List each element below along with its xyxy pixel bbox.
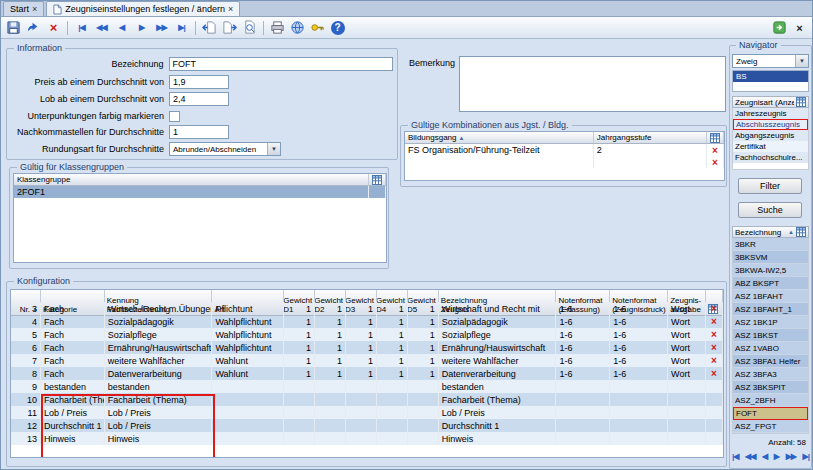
zeugnisart-item[interactable]: Zertifikat bbox=[733, 141, 808, 152]
zweig-select[interactable]: Zweig ▼ bbox=[732, 54, 809, 68]
pager-prev-page-icon[interactable]: ◀◀ bbox=[745, 452, 755, 461]
table-row[interactable]: 10 Facharbeit (Thema) Facharbeit (Thema)… bbox=[11, 393, 723, 406]
zeugnisart-item[interactable]: Jahreszeugnis bbox=[733, 108, 808, 119]
pager-last-icon[interactable]: ▶| bbox=[803, 452, 809, 461]
table-row[interactable]: 5 Fach Sozialpflege Wahlpflichtunt 1 1 1… bbox=[11, 328, 723, 341]
bezeichnung-item[interactable]: ASZ 1BKST bbox=[733, 329, 808, 342]
column-header-klassengruppe[interactable]: Klassengruppe bbox=[14, 174, 369, 186]
export-icon[interactable] bbox=[770, 19, 789, 37]
pager-first-icon[interactable]: |◀ bbox=[732, 452, 738, 461]
bezeichnung-input[interactable]: FOFT bbox=[169, 57, 393, 71]
close-icon[interactable]: × bbox=[228, 5, 233, 14]
pager-next-icon[interactable]: ▶ bbox=[774, 452, 779, 461]
bezeichnung-header[interactable]: Bezeichnung ▲ bbox=[732, 226, 809, 238]
nav-next-page-icon[interactable]: ▶▶ bbox=[152, 19, 171, 37]
bezeichnung-item[interactable]: ABZ BKSPT bbox=[733, 277, 808, 290]
nachkommastellen-input[interactable]: 1 bbox=[169, 125, 229, 139]
zeugnisart-item[interactable]: Fachhochschulre... bbox=[733, 152, 808, 163]
bezeichnung-item[interactable]: ASZ 3BFA1 Helfer bbox=[733, 355, 808, 368]
bemerkung-input[interactable] bbox=[459, 56, 726, 112]
bezeichnung-item[interactable]: ASZ 1BFAHT_1 bbox=[733, 303, 808, 316]
cell-gewicht-d4: 1 bbox=[377, 315, 408, 328]
delete-row-icon[interactable] bbox=[706, 393, 723, 406]
table-row[interactable]: FS Organisation/Führung-Teilzeit 2 × bbox=[405, 144, 724, 156]
zweig-item-selected[interactable]: BS bbox=[733, 71, 808, 82]
table-row[interactable]: 4 Fach Sozialpädagogik Wahlpflichtunt 1 … bbox=[11, 315, 723, 328]
bezeichnung-item[interactable]: 3BKSVM bbox=[733, 251, 808, 264]
nav-prev-page-icon[interactable]: ◀◀ bbox=[92, 19, 111, 37]
copy-from-icon[interactable] bbox=[200, 19, 219, 37]
bezeichnung-item[interactable]: ASZ 1VABO bbox=[733, 342, 808, 355]
suche-button[interactable]: Suche bbox=[738, 202, 802, 218]
delete-row-icon[interactable]: × bbox=[706, 315, 723, 328]
cell-notenformat-zeugnisdruck: 1-6 bbox=[610, 354, 668, 367]
table-row[interactable]: 8 Fach Datenverarbeitung Wahlunt 1 1 1 1… bbox=[11, 367, 723, 380]
bezeichnung-item[interactable]: ASZ 1BFAHT bbox=[733, 290, 808, 303]
delete-icon[interactable]: × bbox=[44, 19, 63, 37]
nav-first-icon[interactable]: |◀ bbox=[72, 19, 91, 37]
delete-row-icon[interactable]: × bbox=[707, 144, 724, 156]
column-header-jahrgangsstufe[interactable]: Jahrgangsstufe bbox=[594, 132, 707, 144]
delete-row-icon[interactable] bbox=[706, 432, 723, 445]
print-icon[interactable] bbox=[268, 19, 287, 37]
filter-button[interactable]: Filter bbox=[738, 178, 802, 194]
bezeichnung-item[interactable]: 3BKR bbox=[733, 238, 808, 251]
table-menu-icon[interactable] bbox=[369, 174, 386, 186]
preis-input[interactable]: 1,9 bbox=[169, 75, 229, 89]
delete-row-icon[interactable]: × bbox=[706, 354, 723, 367]
nav-last-icon[interactable]: ▶| bbox=[172, 19, 191, 37]
close-icon[interactable]: × bbox=[32, 5, 37, 14]
column-header-bildungsgang[interactable]: Bildungsgang ▲ bbox=[405, 132, 594, 144]
rundungsart-select[interactable]: Abrunden/Abschneiden ▼ bbox=[169, 142, 281, 156]
key-icon[interactable] bbox=[308, 19, 327, 37]
undo-icon[interactable] bbox=[24, 19, 43, 37]
bezeichnung-item[interactable]: ASZ 3BFA3 bbox=[733, 368, 808, 381]
help-icon[interactable]: ? bbox=[328, 19, 347, 37]
dropdown-icon[interactable]: ▼ bbox=[795, 55, 808, 67]
delete-row-icon[interactable]: × bbox=[706, 302, 723, 315]
delete-row-icon[interactable]: × bbox=[707, 156, 724, 168]
delete-row-icon[interactable] bbox=[706, 419, 723, 432]
table-menu-icon[interactable] bbox=[707, 132, 724, 144]
table-row[interactable]: 11 Lob / Preis Lob / Preis Lob / Preis bbox=[11, 406, 723, 419]
zeugnisart-item[interactable]: Abschlusszeugnis bbox=[733, 119, 808, 130]
delete-row-icon[interactable]: × bbox=[706, 341, 723, 354]
nav-prev-icon[interactable]: ◀ bbox=[112, 19, 131, 37]
bezeichnung-item[interactable]: ASZ 3BKSPIT bbox=[733, 381, 808, 394]
table-row[interactable]: 9 bestanden bestanden bestanden bbox=[11, 380, 723, 393]
table-row[interactable]: 7 Fach weitere Wahlfächer Wahlunt 1 1 1 … bbox=[11, 354, 723, 367]
preview-icon[interactable] bbox=[240, 19, 259, 37]
bezeichnung-item[interactable]: 3BKWA-IW2,5 bbox=[733, 264, 808, 277]
bezeichnung-item[interactable]: FOFT bbox=[733, 407, 808, 420]
table-row[interactable]: 13 Hinweis Hinweis Hinweis bbox=[11, 432, 723, 445]
delete-row-icon[interactable]: × bbox=[706, 328, 723, 341]
nav-next-icon[interactable]: ▶ bbox=[132, 19, 151, 37]
pager-next-page-icon[interactable]: ▶▶ bbox=[786, 452, 796, 461]
zeugnisart-header[interactable]: Zeugnisart (Anze bbox=[732, 96, 809, 108]
pager-prev-icon[interactable]: ◀ bbox=[762, 452, 767, 461]
bezeichnung-item[interactable]: ASZ_FPGT bbox=[733, 420, 808, 433]
delete-row-icon[interactable]: × bbox=[706, 367, 723, 380]
table-menu-icon[interactable] bbox=[796, 227, 806, 237]
tab-zeugniseinstellungen[interactable]: Zeugniseinstellungen festlegen / ändern … bbox=[46, 1, 240, 16]
delete-row-icon[interactable] bbox=[706, 380, 723, 393]
unterpunktungen-checkbox[interactable] bbox=[169, 111, 180, 122]
tab-start[interactable]: Start × bbox=[3, 1, 44, 16]
dropdown-icon[interactable]: ▼ bbox=[267, 143, 280, 155]
bezeichnung-item[interactable]: ASZ 1BK1P bbox=[733, 316, 808, 329]
table-menu-icon[interactable] bbox=[796, 97, 806, 107]
bezeichnung-item[interactable]: ASZ_2BFH bbox=[733, 394, 808, 407]
table-row[interactable]: 12 Durchschnitt 1 Lob / Preis Durchschni… bbox=[11, 419, 723, 432]
table-row[interactable]: 6 Fach Ernährung/Hauswirtschaft Wahlpfli… bbox=[11, 341, 723, 354]
delete-row-icon[interactable] bbox=[706, 406, 723, 419]
globe-icon[interactable] bbox=[288, 19, 307, 37]
zeugnisart-item[interactable]: Abgangszeugnis bbox=[733, 130, 808, 141]
close-pane-icon[interactable]: × bbox=[790, 19, 809, 37]
table-row[interactable]: 2FOF1 bbox=[14, 186, 386, 198]
cell-gewicht-d4 bbox=[377, 432, 408, 445]
save-icon[interactable] bbox=[4, 19, 23, 37]
table-row[interactable]: 3 Fach Wirtsch./Recht m.Übungen Pflichtu… bbox=[11, 302, 723, 315]
copy-to-icon[interactable] bbox=[220, 19, 239, 37]
table-row[interactable]: × bbox=[405, 156, 724, 168]
lob-input[interactable]: 2,4 bbox=[169, 92, 229, 106]
